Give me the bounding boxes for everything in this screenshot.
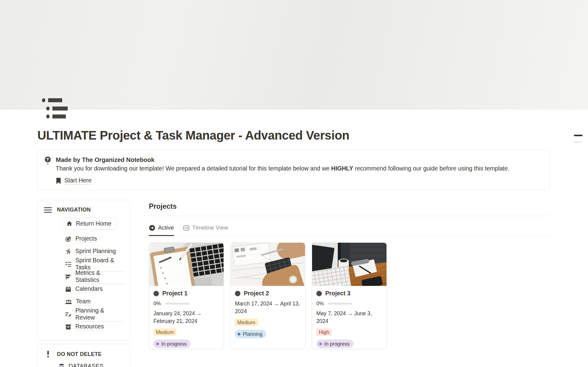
status-badge: In progress — [316, 339, 353, 348]
calendar-icon — [65, 286, 72, 293]
start-here-link[interactable]: Start Here — [64, 177, 92, 185]
callout-bold-word: HIGHLY — [331, 165, 353, 172]
navigation-header: NAVIGATION — [57, 207, 91, 213]
sidebar-item-sprint-planning[interactable]: Sprint Planning — [65, 245, 124, 258]
sidebar-item-resources[interactable]: Resources — [65, 320, 124, 333]
project-page-icon — [235, 291, 240, 296]
task-checklist-icon — [65, 261, 72, 268]
project-dates: January 24, 2024 → February 21, 2024 — [153, 310, 219, 325]
project-title: Project 1 — [162, 290, 187, 297]
toc-line-icon — [574, 135, 582, 136]
sidebar-item-metrics[interactable]: Metrics & Statistics — [65, 270, 124, 283]
bar-chart-icon — [65, 273, 72, 280]
progress-label: 0% — [316, 301, 324, 307]
list-icon-row — [46, 107, 68, 110]
list-icon-row — [42, 98, 68, 102]
divider — [149, 216, 550, 216]
people-icon — [65, 298, 72, 305]
do-not-delete-box: DO NOT DELETE DATABASES — [37, 344, 130, 367]
list-icon-row — [46, 114, 68, 118]
project-page-icon — [316, 291, 322, 296]
sidebar-item-planning-review[interactable]: Planning & Review — [65, 308, 124, 320]
project-title: Project 2 — [244, 290, 269, 297]
priority-badge: High — [316, 328, 332, 336]
return-home-label: Return Home — [76, 220, 111, 227]
projects-section: Projects Active — [149, 200, 550, 349]
home-icon — [66, 220, 73, 227]
hamburger-menu-icon[interactable] — [44, 207, 52, 213]
status-badge: In progress — [153, 339, 190, 348]
exclamation-icon — [44, 351, 52, 358]
sidebar-item-calendars[interactable]: Calendars — [65, 283, 124, 295]
project-card-3[interactable]: Project 3 0% May 7, 2024 → June 3, 2024 … — [312, 242, 387, 349]
cover-image — [0, 0, 588, 110]
callout-title: Made by The Organized Notebook — [56, 155, 510, 164]
bookmark-icon — [56, 178, 61, 184]
status-dot — [319, 343, 322, 345]
project-2-cover-photo — [231, 243, 305, 286]
sidebar-item-databases[interactable]: DATABASES — [58, 360, 124, 367]
project-title: Project 3 — [325, 290, 350, 297]
bulleted-list-icon[interactable] — [42, 98, 68, 118]
project-cards: Project 1 0% January 24, 2024 → February… — [149, 242, 550, 349]
project-card-1[interactable]: Project 1 0% January 24, 2024 → February… — [149, 242, 224, 349]
callout-text: Made by The Organized Notebook Thank you… — [56, 155, 510, 185]
target-icon — [65, 236, 72, 242]
project-page-icon — [153, 291, 159, 296]
project-dates: May 7, 2024 → June 3, 2024 — [316, 310, 382, 325]
return-home-button[interactable]: Return Home — [62, 218, 117, 230]
project-1-cover-photo — [149, 243, 224, 286]
sidebar-item-team[interactable]: Team — [65, 295, 124, 308]
list-pencil-icon — [65, 311, 72, 318]
archive-box-icon — [65, 324, 72, 330]
nav-list: Projects Sprint Planning — [65, 233, 124, 333]
page-title: ULTIMATE Project & Task Manager - Advanc… — [37, 129, 550, 142]
project-card-2[interactable]: Project 2 March 17, 2024 → April 13, 202… — [230, 242, 305, 349]
view-tabs: Active Timeline View — [149, 224, 550, 236]
sidebar: NAVIGATION Return Home — [37, 200, 130, 367]
priority-badge: Medium — [153, 328, 176, 336]
tab-timeline-view[interactable]: Timeline View — [183, 224, 228, 236]
project-3-cover-photo — [312, 243, 386, 286]
callout-body: Thank you for downloading our template! … — [56, 164, 510, 173]
arrow-circle-right-icon — [149, 225, 155, 231]
made-by-callout: Made by The Organized Notebook Thank you… — [37, 150, 550, 190]
lightbulb-icon — [44, 155, 52, 185]
tab-active[interactable]: Active — [149, 224, 174, 236]
sidebar-item-sprint-board[interactable]: Sprint Board & Tasks — [65, 258, 124, 270]
status-dot — [156, 343, 159, 345]
priority-badge: Medium — [235, 319, 258, 326]
sidebar-item-projects[interactable]: Projects — [65, 233, 124, 245]
database-icon — [58, 363, 65, 367]
toc-line-icon — [574, 141, 582, 143]
do-not-delete-header: DO NOT DELETE — [57, 351, 102, 358]
progress-label: 0% — [153, 301, 161, 307]
status-badge: Planning — [235, 330, 266, 338]
progress-bar — [328, 303, 352, 305]
progress-bar — [165, 303, 190, 305]
page-content: ULTIMATE Project & Task Manager - Advanc… — [37, 129, 550, 367]
status-dot — [238, 333, 240, 335]
runner-icon — [65, 248, 72, 255]
project-dates: March 17, 2024 → April 13, 2024 — [235, 300, 301, 315]
toc-indicator[interactable] — [574, 135, 582, 143]
timeline-icon — [183, 225, 190, 231]
navigation-box: NAVIGATION Return Home — [37, 200, 130, 341]
projects-heading: Projects — [149, 202, 550, 211]
